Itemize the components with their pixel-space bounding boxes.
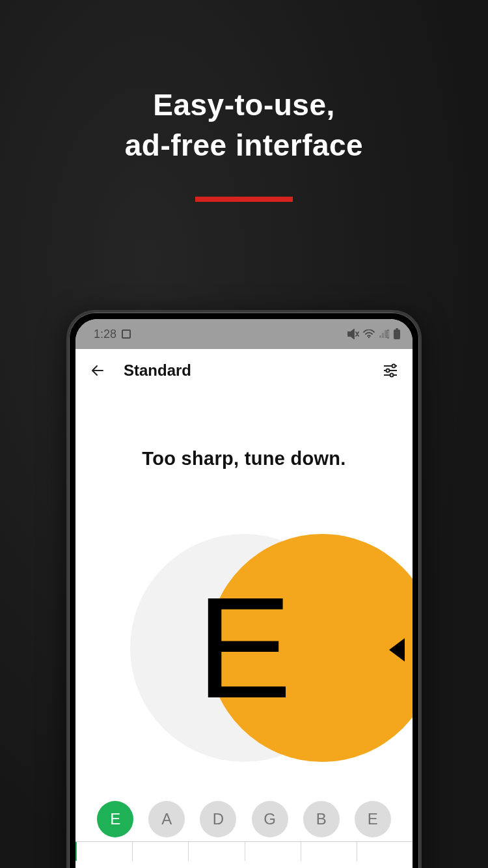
- tuning-ruler: [75, 841, 413, 861]
- current-note-letter: E: [130, 534, 358, 762]
- picture-icon: [122, 329, 131, 339]
- promo-line-1: Easy-to-use,: [153, 88, 335, 122]
- tuner-area: Too sharp, tune down. E E A D G B E: [75, 392, 413, 861]
- tuning-status-message: Too sharp, tune down.: [75, 448, 413, 469]
- signal-icon: [379, 329, 389, 339]
- string-button-g[interactable]: G: [252, 801, 288, 837]
- status-time: 1:28: [94, 328, 116, 341]
- promo-line-2: ad-free interface: [125, 128, 363, 162]
- ruler-segment: [75, 842, 133, 861]
- svg-point-8: [390, 374, 394, 377]
- ruler-segment: [189, 842, 245, 861]
- battery-icon: [393, 328, 401, 340]
- phone-side-button: [420, 430, 422, 488]
- string-button-e-high[interactable]: E: [355, 801, 391, 837]
- svg-rect-1: [394, 329, 400, 339]
- ruler-segment: [133, 842, 189, 861]
- string-button-a[interactable]: A: [148, 801, 185, 837]
- phone-side-button: [66, 462, 68, 492]
- tuning-title: Standard: [124, 361, 364, 380]
- string-button-b[interactable]: B: [303, 801, 340, 837]
- settings-sliders-icon[interactable]: [383, 363, 398, 378]
- mute-icon: [347, 329, 359, 339]
- svg-point-4: [392, 365, 396, 368]
- accent-underline: [195, 197, 293, 202]
- phone-mockup: 1:28 Standard Too sharp, tune down. E: [66, 310, 422, 868]
- back-icon[interactable]: [90, 363, 105, 378]
- promo-headline: Easy-to-use, ad-free interface: [0, 85, 488, 202]
- phone-screen: 1:28 Standard Too sharp, tune down. E: [75, 319, 413, 868]
- tune-direction-arrow-icon: [389, 638, 405, 662]
- svg-point-0: [368, 337, 370, 338]
- ruler-segment: [301, 842, 357, 861]
- string-selector: E A D G B E: [75, 801, 413, 837]
- string-button-e-low[interactable]: E: [97, 801, 133, 837]
- string-button-d[interactable]: D: [200, 801, 236, 837]
- ruler-segment: [245, 842, 301, 861]
- svg-rect-2: [396, 328, 398, 329]
- svg-point-6: [386, 369, 390, 372]
- app-header: Standard: [75, 349, 413, 392]
- phone-side-button: [66, 404, 68, 449]
- status-bar: 1:28: [75, 319, 413, 349]
- ruler-segment: [357, 842, 413, 861]
- wifi-icon: [363, 329, 375, 339]
